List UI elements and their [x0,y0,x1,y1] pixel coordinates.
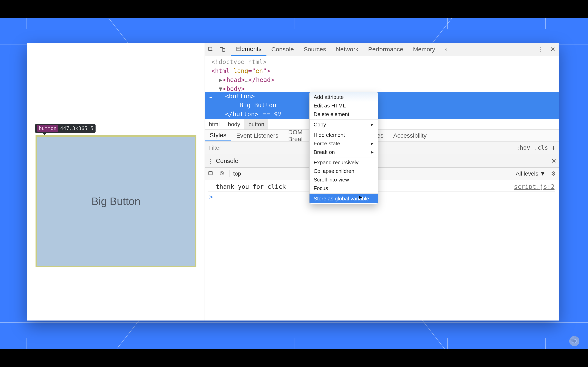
guide-line [0,322,588,323]
toggle-hov[interactable]: :hov [514,144,532,151]
menu-item-label: Edit as HTML [314,102,346,109]
close-drawer-icon[interactable]: ✕ [549,157,559,165]
console-context-selector[interactable]: top [231,170,243,177]
inspect-tooltip-dimensions: 447.3×365.5 [60,125,94,131]
element-context-menu[interactable]: Add attributeEdit as HTMLDelete elementC… [309,92,378,204]
dom-sel-text: Big Button [205,101,559,110]
console-log-source[interactable]: script.js:2 [514,183,554,190]
dom-sel-open: <button> [205,92,559,101]
drawer-kebab-icon[interactable]: ⋮ [205,157,216,165]
tab-network[interactable]: Network [331,43,363,56]
console-log-levels[interactable]: All levels ▼ [513,170,548,177]
inspect-tooltip-tag: button [37,125,58,132]
menu-item-hide-element[interactable]: Hide element [310,131,378,139]
elements-dom-tree[interactable]: <!doctype html> <html lang="en"> ▶<head>… [205,56,559,119]
menu-item-label: Copy [314,121,326,128]
tab-performance[interactable]: Performance [363,43,408,56]
crumb-html[interactable]: html [205,119,224,129]
menu-item-label: Delete element [314,111,349,118]
console-toolbar: top All levels ▼ ⚙ [205,167,559,180]
subtab-event-listeners[interactable]: Event Listeners [231,130,283,141]
menu-item-focus[interactable]: Focus [310,184,378,192]
guide-tick [26,18,27,29]
console-settings-icon[interactable]: ⚙ [548,170,559,177]
clear-console-icon[interactable] [216,170,228,177]
menu-item-edit-as-html[interactable]: Edit as HTML [310,101,378,110]
inspect-tooltip: button 447.3×365.5 [35,124,95,133]
menu-item-label: Hide element [314,132,345,138]
new-style-rule-icon[interactable]: ＋ [550,143,559,152]
submenu-arrow-icon: ▶ [371,121,374,128]
big-button-label: Big Button [91,195,140,207]
rendered-page-viewport: button 447.3×365.5 Big Button [27,43,205,320]
svg-rect-3 [209,171,212,175]
more-tabs-icon[interactable]: » [440,43,452,56]
console-prompt[interactable]: > [208,192,555,202]
device-toolbar-icon[interactable] [217,43,228,56]
menu-item-label: Add attribute [314,94,344,100]
separator [230,45,230,54]
guide-diag [108,320,139,349]
menu-item-delete-element[interactable]: Delete element [310,110,378,118]
submenu-arrow-icon: ▶ [371,149,374,156]
menu-separator [310,130,378,130]
subtab-styles[interactable]: Styles [205,130,231,141]
crumb-body[interactable]: body [224,119,244,129]
guide-tick [294,18,294,29]
dom-sel-close: </button> == $0 [205,110,559,119]
guide-tick [545,338,545,349]
menu-separator [310,193,378,193]
subtab-accessibility[interactable]: Accessibility [388,130,432,141]
menu-item-break-on[interactable]: Break on▶ [310,148,378,156]
page-big-button[interactable]: Big Button [35,135,196,267]
menu-item-force-state[interactable]: Force state▶ [310,139,378,148]
menu-item-label: Expand recursively [314,159,359,166]
chrome-logo-icon [569,336,580,347]
menu-item-add-attribute[interactable]: Add attribute [310,93,378,101]
menu-item-expand-recursively[interactable]: Expand recursively [310,158,378,167]
guide-tick [141,338,141,349]
menu-item-label: Focus [314,185,328,192]
presentation-stage: button 447.3×365.5 Big Button [0,18,588,349]
dom-doctype: <!doctype html> [211,58,267,66]
kebab-menu-icon[interactable]: ⋮ [535,43,547,56]
console-drawer-header: ⋮ Console ✕ [205,154,559,167]
tab-memory[interactable]: Memory [408,43,440,56]
menu-item-label: Force state [314,140,340,147]
submenu-arrow-icon: ▶ [371,140,374,147]
elements-subtabs: Styles Event Listeners DOM Breakpoints r… [205,130,559,142]
menu-item-label: Collapse children [314,167,354,175]
guide-diag [422,320,454,349]
drawer-title[interactable]: Console [216,157,242,164]
subtab-dom-breakpoints[interactable]: DOM Breakpoints [283,130,302,141]
menu-item-collapse-children[interactable]: Collapse children [310,167,378,175]
menu-item-scroll-into-view[interactable]: Scroll into view [310,175,378,184]
inspect-element-icon[interactable] [205,43,217,56]
dom-selected-node[interactable]: ⋯ <button> Big Button </button> == $0 [205,92,559,119]
menu-item-store-as-global-variable[interactable]: Store as global variable [310,194,378,203]
console-body[interactable]: thank you for click script.js:2 > [205,180,559,320]
dom-breadcrumbs: html body button [205,119,559,130]
menu-item-label: Scroll into view [314,176,349,183]
devtools-tabbar: Elements Console Sources Network Perform… [205,43,559,56]
styles-filter-row: Filter :hov .cls ＋ [205,142,559,154]
toggle-cls[interactable]: .cls [532,144,550,151]
devtools-panel: Elements Console Sources Network Perform… [205,43,559,320]
menu-item-copy[interactable]: Copy▶ [310,120,378,129]
tab-console[interactable]: Console [267,43,299,56]
svg-rect-2 [222,49,225,51]
browser-window: button 447.3×365.5 Big Button [27,43,559,320]
menu-separator [310,119,378,119]
tab-elements[interactable]: Elements [231,43,267,56]
menu-item-label: Break on [314,149,335,156]
crumb-button[interactable]: button [244,119,268,129]
guide-tick [447,338,448,349]
toggle-sidebar-icon[interactable] [205,170,216,177]
guide-tick [141,18,141,29]
tab-sources[interactable]: Sources [299,43,331,56]
close-devtools-icon[interactable]: ✕ [547,43,559,56]
console-log-line: thank you for click script.js:2 [208,182,555,192]
mouse-cursor-icon: ➤ [358,194,362,200]
guide-tick [26,338,27,349]
guide-tick [545,18,545,29]
